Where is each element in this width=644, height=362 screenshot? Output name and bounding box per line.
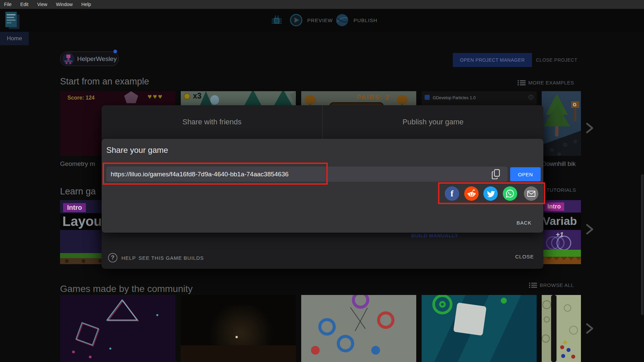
annotation-box-social [438,182,545,204]
community-next-chevron-icon[interactable] [586,323,594,334]
particles-title: GDevelop Particles 1.0 [433,96,476,100]
debug-icon[interactable] [272,15,282,26]
open-url-button[interactable]: OPEN [510,167,541,181]
blue-ring [318,318,336,336]
preview-label: PREVIEW [307,17,333,23]
avatar [62,53,74,65]
white-square [453,302,486,336]
balloon-shape [210,95,219,105]
bubble [569,326,578,335]
sign-letter: G [573,102,577,107]
spikes-strip [542,257,581,264]
menu-help[interactable]: Help [82,2,91,7]
ghost-character [556,236,571,250]
blue-ring [337,335,354,352]
play-icon [290,14,303,26]
community-thumb-3[interactable] [301,295,416,362]
pairs-title: PAIRS: 2 [357,94,390,101]
close-project-button[interactable]: CLOSE PROJECT [536,53,577,67]
gdevelop-logo-icon [425,95,430,100]
help-button[interactable]: HELP [121,255,136,261]
browse-all-button[interactable]: BROWSE ALL [529,282,574,288]
molecule-dot [560,345,564,349]
tutorial-title: Variab [543,215,577,228]
scrollbar-thumb[interactable] [641,174,644,315]
profile-chip[interactable]: HelperWesley [60,52,119,66]
fish-creature [305,95,316,105]
molecule-dot [567,348,571,352]
fish-creature [396,95,408,105]
tab-publish-your-game[interactable]: Publish your game [323,105,543,139]
learn-section-title: Learn ga [60,186,96,197]
menu-file[interactable]: File [4,2,12,7]
red-ring [377,311,394,329]
info-icon[interactable]: i [529,95,533,100]
green-inner-ring [439,301,446,308]
bubble [564,304,571,312]
preview-button[interactable]: PREVIEW [290,14,333,26]
example-caption-downhill: Downhill bik [542,160,582,168]
tutorials-label: TUTORIALS [546,187,576,193]
notification-dot [113,50,117,53]
open-project-manager-button[interactable]: OPEN PROJECT MANAGER [453,53,532,67]
back-button[interactable]: BACK [517,220,532,226]
help-icon[interactable]: ? [108,253,117,262]
menu-view[interactable]: View [37,2,47,7]
needle [355,308,368,331]
coin-count: x3 [193,92,202,101]
toolbar: PREVIEW PUBLISH [0,9,644,32]
molecule-dot [561,354,565,358]
molecule-dot [563,341,567,344]
tab-publish-label: Publish your game [402,118,464,126]
list-icon [518,80,526,85]
build-manually-link[interactable]: BUILD MANUALLY [386,233,483,238]
green-dot [501,298,507,304]
tutorials-button[interactable]: TUTORIALS [546,187,576,193]
bubble [544,316,550,322]
coin-icon [183,93,191,100]
community-section-title: Games made by the community [60,284,193,294]
globe-icon [335,13,349,27]
see-game-builds-button[interactable]: SEE THIS GAME BUILDS [139,255,204,261]
menu-edit[interactable]: Edit [20,2,29,7]
publish-label: PUBLISH [354,17,377,23]
community-thumb-1[interactable] [60,295,175,362]
intro-badge: Intro [63,203,86,212]
tab-home-label: Home [7,35,22,42]
player-dot [235,336,238,338]
molecule-dot [571,355,575,359]
tab-home[interactable]: Home [0,32,29,45]
tab-share-label: Share with friends [182,118,241,126]
learn-next-chevron-icon[interactable] [586,224,594,235]
score-text: Score: 124 [67,95,95,101]
more-examples-button[interactable]: MORE EXAMPLES [518,80,574,85]
publish-button[interactable]: PUBLISH [335,13,377,27]
close-dialog-button[interactable]: CLOSE [515,254,534,259]
community-thumb-5[interactable] [542,295,581,362]
hearts: ♥♥♥ [148,93,163,101]
examples-section-title: Start from an example [60,76,149,87]
purple-ring [352,295,369,309]
divider-band [551,295,556,362]
community-thumb-2[interactable] [181,295,296,362]
example-caption-geometry: Geometry m [60,160,102,168]
red-dot [311,346,320,355]
downhill-graphic [542,91,581,156]
community-thumb-4[interactable] [422,295,537,362]
menu-window[interactable]: Window [56,2,73,7]
example-thumb-downhill[interactable]: G [542,91,581,156]
examples-next-chevron-icon[interactable] [586,123,594,133]
bubble [542,300,551,309]
copy-icon[interactable] [491,169,501,180]
bubble [542,335,550,343]
neon-shapes-graphic [60,295,175,362]
app-window: File Edit View Window Help [0,0,644,362]
more-examples-label: MORE EXAMPLES [528,80,574,85]
ground [181,345,296,362]
pentagon-shape [124,91,138,103]
menu-bar: File Edit View Window Help [0,0,644,9]
project-manager-icon[interactable] [5,12,20,29]
tab-share-with-friends[interactable]: Share with friends [102,105,322,139]
tutorial-thumb-variables[interactable]: Intro Variab +1 [542,200,581,264]
tutorial-title: Layout [62,214,106,229]
